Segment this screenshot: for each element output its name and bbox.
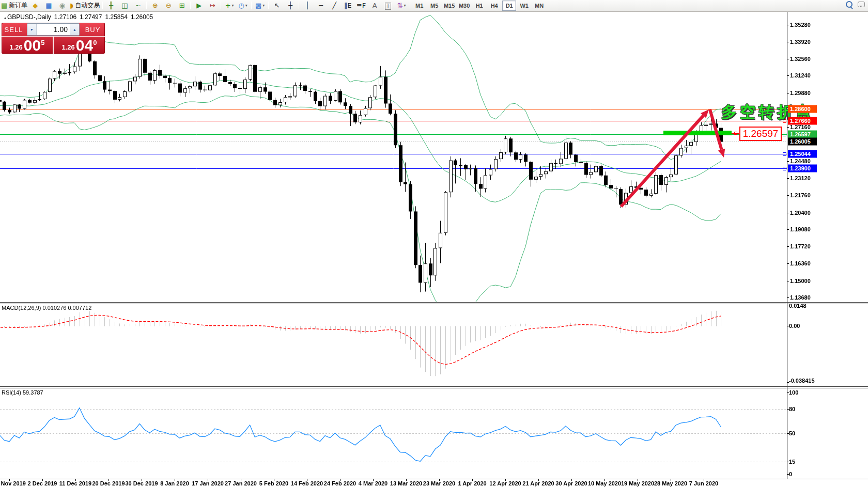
text-icon-glyph: A — [373, 2, 377, 9]
signal-icon[interactable]: ◉ — [55, 0, 69, 10]
timeframe-toolbar: M1M5M15M30H1H4D1W1MN — [412, 1, 547, 11]
chart-window-icon-glyph: ▦ — [45, 2, 52, 9]
price-line-badge: 1.28600 — [788, 105, 817, 113]
arrows-icon-glyph: ⇅ — [397, 2, 403, 9]
horizontal-line-icon[interactable]: ─ — [314, 0, 328, 10]
timeframe-button-m5[interactable]: M5 — [427, 1, 441, 11]
text-icon[interactable]: A — [368, 0, 381, 10]
price-tick-label: 1.23120 — [790, 175, 811, 181]
date-tick-label: 30 Apr 2020 — [555, 480, 587, 486]
buy-price-sup: 0 — [93, 39, 97, 46]
zoom-out-icon[interactable]: ⊖ — [162, 0, 175, 10]
indicators-icon[interactable]: +▾ — [223, 0, 236, 10]
date-tick-label: 30 Dec 2019 — [126, 480, 158, 486]
macd-tick-label: -0.038415 — [789, 378, 815, 384]
label-icon[interactable]: T — [381, 1, 395, 11]
chat-icon[interactable] — [858, 2, 865, 7]
date-tick-label: 8 Jan 2020 — [160, 480, 189, 486]
horizontal-line-icon-glyph: ─ — [319, 2, 323, 9]
timeframe-button-h1[interactable]: H1 — [472, 1, 486, 11]
timeframe-button-w1[interactable]: W1 — [517, 1, 531, 11]
tile-windows-icon-glyph: ⊞ — [179, 2, 185, 9]
indicators-icon-glyph: + — [225, 2, 231, 9]
main-toolbar: ▤新订单◆▦◉◗自动交易╫◫~⊕⊖⊞▶↦+▾◷▾▩▾↖┼│─╱∥E≡FAT⇅▾ … — [0, 0, 868, 12]
price-tick-label: 1.17720 — [790, 243, 811, 249]
templates-icon[interactable]: ▩▾ — [253, 0, 267, 10]
autotrade-button[interactable]: ◗自动交易 — [69, 0, 101, 10]
price-tick-label: 1.24480 — [790, 158, 811, 164]
fibonacci-icon[interactable]: ≡F — [354, 0, 368, 10]
sell-button[interactable]: SELL — [2, 26, 26, 34]
autotrade-button-glyph: ◗ — [70, 2, 73, 9]
buy-price-display[interactable]: 1.26 04 0 — [54, 37, 105, 54]
periods-icon[interactable]: ◷▾ — [236, 0, 250, 10]
rsi-tick-label: 0 — [789, 471, 792, 477]
chart-shift-icon[interactable]: ↦ — [206, 0, 219, 10]
vertical-line-icon-glyph: │ — [305, 2, 309, 9]
indicators-icon-dropdown[interactable]: ▾ — [232, 3, 234, 8]
autoscroll-icon[interactable]: ▶ — [192, 0, 206, 10]
timeframe-button-m1[interactable]: M1 — [412, 1, 426, 11]
date-tick-label: 24 Feb 2020 — [324, 480, 356, 486]
price-tick-label: 1.32560 — [790, 56, 811, 62]
date-tick-label: 19 May 2020 — [621, 480, 654, 486]
price-tick-label: 1.35280 — [790, 22, 811, 28]
sell-price-small: 1.26 — [10, 43, 23, 51]
crosshair-icon-glyph: ┼ — [288, 2, 292, 9]
sell-price-sup: 5 — [41, 39, 44, 46]
low-value: 1.25854 — [105, 13, 127, 21]
crosshair-icon[interactable]: ┼ — [284, 0, 297, 10]
channel-icon[interactable]: ∥E — [341, 0, 354, 10]
zoom-in-icon[interactable]: ⊕ — [148, 0, 162, 10]
macd-tick-label: 0.0148 — [789, 303, 807, 309]
line-chart-icon[interactable]: ~ — [131, 0, 145, 10]
market-watch-icon[interactable]: ◆ — [28, 0, 42, 10]
timeframe-button-m30[interactable]: M30 — [457, 1, 471, 11]
bar-chart-icon-glyph: ╫ — [109, 2, 113, 9]
timeframe-button-h4[interactable]: H4 — [487, 1, 501, 11]
date-tick-label: 4 Mar 2020 — [359, 480, 388, 486]
price-level-label[interactable]: 1.26597 — [739, 127, 782, 141]
candlestick-icon[interactable]: ◫ — [118, 0, 131, 10]
timeframe-button-mn[interactable]: MN — [532, 1, 546, 11]
arrows-icon-dropdown[interactable]: ▾ — [404, 3, 406, 8]
price-line-badge: 1.26005 — [788, 138, 817, 146]
date-tick-label: 7 Jun 2020 — [689, 480, 718, 486]
volume-input[interactable]: 1.00 — [37, 25, 70, 34]
arrows-icon[interactable]: ⇅▾ — [395, 0, 408, 10]
price-tick-label: 1.15000 — [790, 278, 811, 284]
chart-window-icon[interactable]: ▦ — [42, 0, 55, 10]
price-tick-label: 1.21760 — [790, 192, 811, 198]
volume-increase-button[interactable]: ▲ — [70, 24, 79, 35]
price-line-badge: 1.27660 — [788, 117, 817, 125]
periods-icon-dropdown[interactable]: ▾ — [245, 3, 247, 8]
chart-symbol-icon: ▴ — [4, 15, 6, 20]
templates-icon-dropdown[interactable]: ▾ — [262, 3, 265, 8]
timeframe-button-m15[interactable]: M15 — [442, 1, 456, 11]
date-tick-label: 22 Nov 2019 — [0, 480, 26, 486]
tile-windows-icon[interactable]: ⊞ — [175, 0, 189, 10]
chart-canvas[interactable] — [0, 0, 868, 487]
timeframe-button-d1[interactable]: D1 — [502, 1, 516, 11]
cursor-icon[interactable]: ↖ — [270, 0, 284, 10]
candlestick-icon-glyph: ◫ — [121, 2, 128, 9]
high-value: 1.27497 — [80, 13, 102, 21]
buy-button[interactable]: BUY — [81, 26, 105, 34]
sell-price-display[interactable]: 1.26 00 5 — [2, 37, 54, 54]
trendline-icon[interactable]: ╱ — [328, 0, 341, 10]
toolbar-separator — [221, 2, 221, 9]
bar-chart-icon[interactable]: ╫ — [104, 0, 118, 10]
rsi-tick-label: 80 — [789, 406, 795, 412]
new-order-button[interactable]: ▤新订单 — [0, 0, 28, 10]
price-tick-label: 1.19080 — [790, 226, 811, 232]
vertical-line-icon[interactable]: │ — [301, 0, 314, 10]
date-tick-label: 28 May 2020 — [654, 480, 687, 486]
templates-icon-glyph: ▩ — [255, 2, 261, 9]
search-icon[interactable] — [846, 1, 853, 8]
price-tick-label: 1.16360 — [790, 260, 811, 266]
date-tick-label: 13 Mar 2020 — [390, 480, 422, 486]
market-watch-icon-glyph: ◆ — [33, 2, 38, 9]
price-line-badge: 1.23900 — [788, 165, 817, 172]
volume-decrease-button[interactable]: ▼ — [27, 24, 37, 35]
rsi-indicator-label: RSI(14) 59.3787 — [2, 389, 43, 396]
